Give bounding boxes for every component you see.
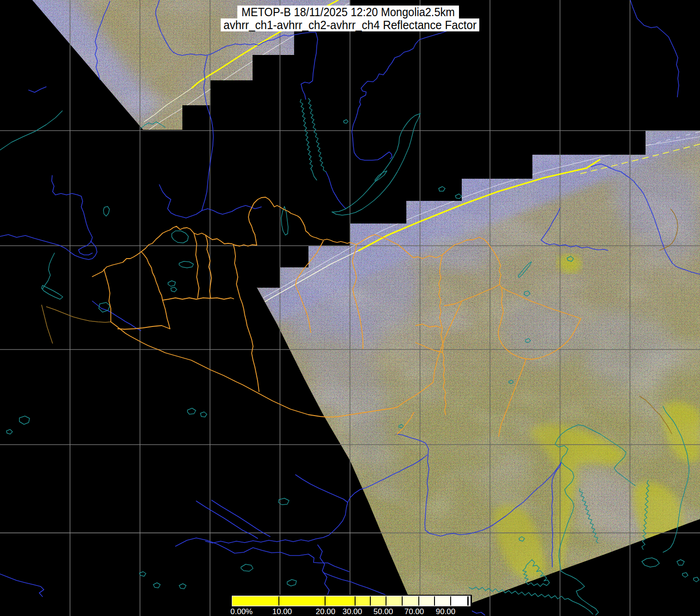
svg-text:70.00: 70.00	[404, 607, 424, 616]
svg-text:20.00: 20.00	[316, 607, 336, 616]
svg-text:30.00: 30.00	[343, 607, 362, 616]
svg-text:avhrr_ch1-avhrr_ch2-avhrr_ch4: avhrr_ch1-avhrr_ch2-avhrr_ch4 Reflectanc…	[223, 18, 477, 32]
svg-text:90.00: 90.00	[436, 607, 456, 616]
svg-text:METOP-B 18/11/2025 12:20 Mongo: METOP-B 18/11/2025 12:20 Mongolia2.5km	[241, 5, 455, 19]
svg-text:50.00: 50.00	[374, 607, 393, 616]
svg-text:0.00%: 0.00%	[230, 607, 253, 616]
svg-text:10.00: 10.00	[272, 607, 292, 616]
